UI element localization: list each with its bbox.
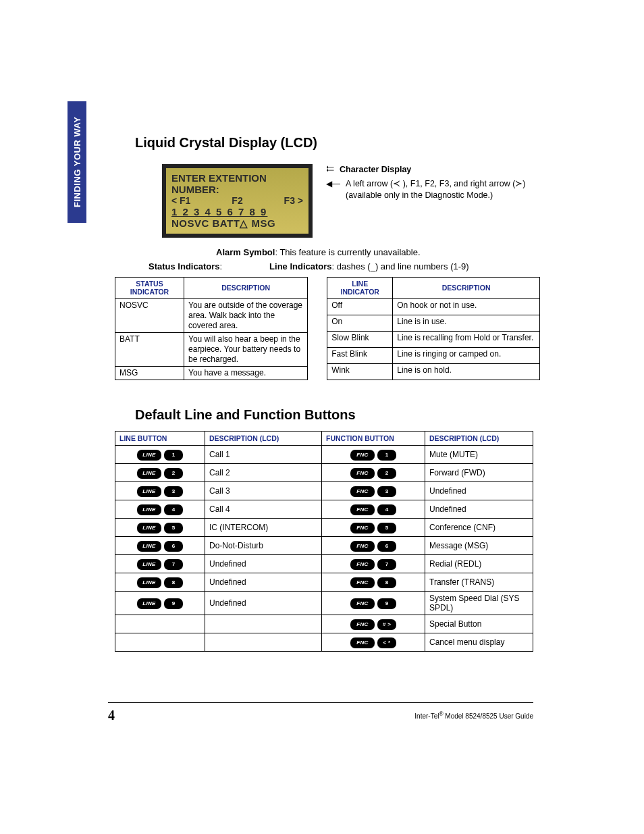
pill-badge: LINE [137,504,161,515]
pill-badge: 2 [377,468,396,479]
footer-rule [108,702,533,703]
fnc-button-cell: FNC6 [322,537,425,555]
pill-badge: FNC [350,619,375,630]
pill-badge: 8 [164,577,183,588]
lcd-display: ENTER EXTENTION NUMBER: < F1 F2 F3 > 1 2… [162,164,313,238]
lcd-line1: ENTER EXTENTION [171,172,303,184]
table-row: FNC# >Special Button [115,615,533,633]
line-button-cell: LINE1 [115,446,205,464]
pill-badge: 8 [377,577,396,588]
line-button-cell [115,615,205,633]
line-th-2: DESCRIPTION [393,278,540,299]
pill-group: FNC9 [350,598,396,609]
fkey-annotation-1: A left arrow (≺ ), F1, F2, F3, and right… [346,178,526,190]
fnc-desc-cell: Forward (FWD) [425,464,533,482]
footer-brand: Inter-Tel [414,712,439,720]
pill-group: FNC1 [350,450,396,461]
table-row: LINE8UndefinedFNC8Transfer (TRANS) [115,573,533,592]
line-button-cell: LINE2 [115,464,205,482]
line-desc-cell [205,615,322,633]
alarm-text: : This feature is currently unavailable. [275,247,420,257]
fnc-button-cell: FNC8 [322,573,425,592]
pill-badge: 4 [377,504,396,515]
line-desc: Line is ringing or camped on. [393,348,540,364]
table-row: Fast BlinkLine is ringing or camped on. [327,348,540,364]
pill-badge: FNC [350,486,375,497]
fnc-desc-cell: Special Button [425,615,533,633]
pill-badge: 3 [164,486,183,497]
lcd-status-line: NOSVC BATT△ MSG [171,217,303,230]
pill-group: FNC< * [350,637,396,648]
line-desc-cell [205,633,322,652]
big-th-1: LINE BUTTON [115,432,205,446]
pill-badge: 6 [164,541,183,552]
line-button-cell: LINE5 [115,519,205,537]
fnc-button-cell: FNC1 [322,446,425,464]
fnc-desc-cell: Conference (CNF) [425,519,533,537]
status-desc: You are outside of the coverage area. Wa… [184,299,308,333]
table-row: LINE3Call 3FNC3Undefined [115,482,533,500]
pill-group: FNC3 [350,486,396,497]
section-tab: FINDING YOUR WAY [68,101,86,223]
pill-group: LINE7 [137,559,183,570]
alarm-label: Alarm Symbol [216,247,275,257]
line-button-cell: LINE9 [115,592,205,615]
heading-buttons: Default Line and Function Buttons [135,407,540,423]
pill-group: FNC5 [350,523,396,533]
heading-lcd: Liquid Crystal Display (LCD) [108,135,540,151]
pill-badge: FNC [350,577,375,588]
big-th-2: DESCRIPTION (LCD) [205,432,322,446]
pill-group: FNC7 [350,559,396,570]
pill-badge: LINE [137,541,161,552]
pill-group: FNC4 [350,504,396,515]
table-row: MSGYou have a message. [115,367,308,380]
table-row: Slow BlinkLine is recalling from Hold or… [327,332,540,348]
fnc-desc-cell: System Speed Dial (SYS SPDL) [425,592,533,615]
pill-badge: FNC [350,637,375,648]
table-row: LINE1Call 1FNC1Mute (MUTE) [115,446,533,464]
lcd-f2: F2 [232,195,242,206]
table-row: LINE6Do-Not-DisturbFNC6Message (MSG) [115,537,533,555]
leader-arrow-icon: ◀— [326,180,340,188]
line-desc-cell: Call 1 [205,446,322,464]
pill-group: LINE8 [137,577,183,588]
table-row: LINE2Call 2FNC2Forward (FWD) [115,464,533,482]
pill-badge: 3 [377,486,396,497]
fnc-button-cell: FNC# > [322,615,425,633]
status-indicators-label: Status Indicators [149,261,219,271]
pill-group: FNC2 [350,468,396,479]
line-button-cell: LINE3 [115,482,205,500]
table-row: FNC< *Cancel menu display [115,633,533,652]
line-cell: Fast Blink [327,348,393,364]
line-cell: On [327,315,393,332]
status-cell: MSG [115,367,184,380]
fnc-desc-cell: Undefined [425,482,533,500]
pill-group: LINE5 [137,523,183,533]
fnc-button-cell: FNC5 [322,519,425,537]
pill-group: LINE1 [137,450,183,461]
pill-badge: 1 [164,450,183,461]
table-row: OnLine is in use. [327,315,540,332]
table-row: LINE9UndefinedFNC9System Speed Dial (SYS… [115,592,533,615]
alarm-note: Alarm Symbol: This feature is currently … [216,247,540,257]
pill-badge: LINE [137,450,161,461]
pill-badge: 7 [164,559,183,570]
big-th-3: FUNCTION BUTTON [322,432,425,446]
pill-badge: 2 [164,468,183,479]
status-table: STATUS INDICATOR DESCRIPTION NOSVCYou ar… [115,277,308,380]
fnc-button-cell: FNC3 [322,482,425,500]
pill-badge: FNC [350,598,375,609]
pill-badge: FNC [350,504,375,515]
table-row: NOSVCYou are outside of the coverage are… [115,299,308,333]
line-desc: Line is in use. [393,315,540,332]
table-row: LINE5IC (INTERCOM)FNC5Conference (CNF) [115,519,533,537]
line-desc-cell: Call 2 [205,464,322,482]
fnc-button-cell: FNC2 [322,464,425,482]
pill-badge: FNC [350,468,375,479]
fnc-button-cell: FNC9 [322,592,425,615]
line-button-cell: LINE7 [115,555,205,573]
pill-badge: FNC [350,559,375,570]
pill-badge: 5 [377,523,396,533]
line-desc-cell: IC (INTERCOM) [205,519,322,537]
line-button-cell: LINE8 [115,573,205,592]
